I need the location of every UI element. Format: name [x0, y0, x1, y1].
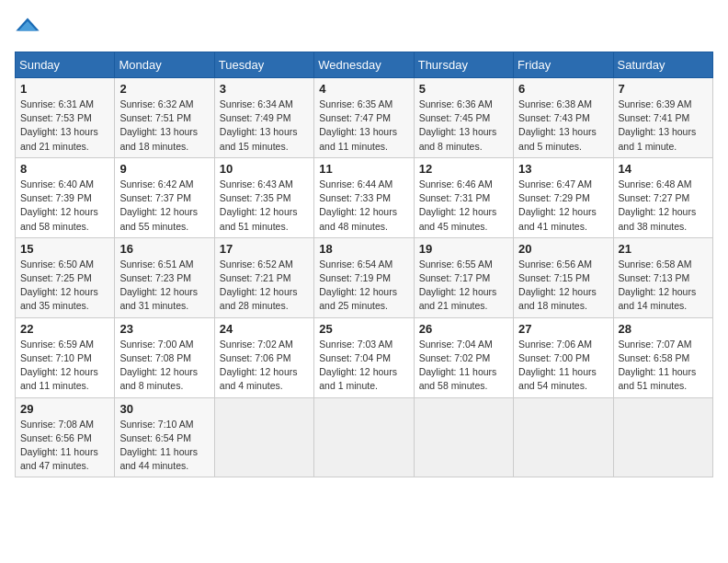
calendar-cell: 1Sunrise: 6:31 AMSunset: 7:53 PMDaylight…	[16, 78, 115, 158]
logo-icon	[15, 15, 40, 40]
calendar-cell: 7Sunrise: 6:39 AMSunset: 7:41 PMDaylight…	[613, 78, 712, 158]
day-detail: Sunrise: 6:40 AMSunset: 7:39 PMDaylight:…	[20, 178, 98, 232]
calendar-cell: 3Sunrise: 6:34 AMSunset: 7:49 PMDaylight…	[214, 78, 313, 158]
day-detail: Sunrise: 6:56 AMSunset: 7:15 PMDaylight:…	[518, 259, 597, 312]
day-number: 15	[20, 242, 109, 256]
calendar-week-2: 8Sunrise: 6:40 AMSunset: 7:39 PMDaylight…	[16, 157, 713, 237]
calendar-cell: 25Sunrise: 7:03 AMSunset: 7:04 PMDayligh…	[314, 317, 414, 397]
day-detail: Sunrise: 6:38 AMSunset: 7:43 PMDaylight:…	[518, 98, 597, 152]
calendar-cell: 29Sunrise: 7:08 AMSunset: 6:56 PMDayligh…	[16, 397, 115, 477]
day-detail: Sunrise: 7:06 AMSunset: 7:00 PMDaylight:…	[518, 339, 597, 392]
calendar-cell: 16Sunrise: 6:51 AMSunset: 7:23 PMDayligh…	[115, 237, 214, 317]
calendar-cell: 13Sunrise: 6:47 AMSunset: 7:29 PMDayligh…	[514, 157, 613, 237]
calendar-cell: 9Sunrise: 6:42 AMSunset: 7:37 PMDaylight…	[115, 157, 214, 237]
calendar-week-4: 22Sunrise: 6:59 AMSunset: 7:10 PMDayligh…	[16, 317, 713, 397]
day-detail: Sunrise: 6:58 AMSunset: 7:13 PMDaylight:…	[619, 259, 697, 312]
calendar-cell: 15Sunrise: 6:50 AMSunset: 7:25 PMDayligh…	[16, 237, 115, 317]
calendar-cell: 24Sunrise: 7:02 AMSunset: 7:06 PMDayligh…	[214, 317, 313, 397]
day-number: 16	[119, 242, 209, 256]
day-number: 22	[20, 322, 109, 336]
day-detail: Sunrise: 7:04 AMSunset: 7:02 PMDaylight:…	[419, 339, 497, 392]
day-number: 24	[220, 322, 309, 336]
calendar-cell: 2Sunrise: 6:32 AMSunset: 7:51 PMDaylight…	[115, 78, 214, 158]
day-detail: Sunrise: 6:52 AMSunset: 7:21 PMDaylight:…	[220, 259, 298, 312]
calendar-cell: 30Sunrise: 7:10 AMSunset: 6:54 PMDayligh…	[115, 397, 214, 477]
weekday-row: SundayMondayTuesdayWednesdayThursdayFrid…	[16, 52, 713, 78]
day-number: 20	[518, 242, 608, 256]
day-detail: Sunrise: 6:36 AMSunset: 7:45 PMDaylight:…	[419, 98, 497, 152]
day-detail: Sunrise: 6:48 AMSunset: 7:27 PMDaylight:…	[619, 178, 697, 232]
calendar-week-5: 29Sunrise: 7:08 AMSunset: 6:56 PMDayligh…	[16, 397, 713, 477]
day-detail: Sunrise: 6:46 AMSunset: 7:31 PMDaylight:…	[419, 178, 497, 232]
page-header	[15, 15, 713, 40]
calendar-cell: 8Sunrise: 6:40 AMSunset: 7:39 PMDaylight…	[16, 157, 115, 237]
weekday-header-saturday: Saturday	[613, 52, 712, 78]
day-detail: Sunrise: 6:51 AMSunset: 7:23 PMDaylight:…	[119, 259, 198, 312]
calendar-cell: 19Sunrise: 6:55 AMSunset: 7:17 PMDayligh…	[414, 237, 513, 317]
calendar-cell: 26Sunrise: 7:04 AMSunset: 7:02 PMDayligh…	[414, 317, 513, 397]
day-number: 25	[319, 322, 408, 336]
calendar-cell	[314, 397, 414, 477]
weekday-header-wednesday: Wednesday	[314, 52, 414, 78]
day-detail: Sunrise: 7:07 AMSunset: 6:58 PMDaylight:…	[619, 339, 697, 392]
calendar-cell: 28Sunrise: 7:07 AMSunset: 6:58 PMDayligh…	[613, 317, 712, 397]
calendar-cell: 23Sunrise: 7:00 AMSunset: 7:08 PMDayligh…	[115, 317, 214, 397]
day-detail: Sunrise: 6:42 AMSunset: 7:37 PMDaylight:…	[119, 178, 198, 232]
calendar-cell: 21Sunrise: 6:58 AMSunset: 7:13 PMDayligh…	[613, 237, 712, 317]
day-number: 3	[220, 82, 309, 96]
day-number: 29	[20, 402, 109, 416]
weekday-header-friday: Friday	[514, 52, 613, 78]
calendar-cell: 17Sunrise: 6:52 AMSunset: 7:21 PMDayligh…	[214, 237, 313, 317]
calendar-body: 1Sunrise: 6:31 AMSunset: 7:53 PMDaylight…	[16, 78, 713, 477]
day-number: 10	[220, 162, 309, 176]
weekday-header-monday: Monday	[115, 52, 214, 78]
calendar-cell	[514, 397, 613, 477]
calendar-cell	[214, 397, 313, 477]
day-number: 1	[20, 82, 109, 96]
day-detail: Sunrise: 6:34 AMSunset: 7:49 PMDaylight:…	[220, 98, 298, 152]
calendar-week-3: 15Sunrise: 6:50 AMSunset: 7:25 PMDayligh…	[16, 237, 713, 317]
calendar-cell: 18Sunrise: 6:54 AMSunset: 7:19 PMDayligh…	[314, 237, 414, 317]
day-number: 4	[319, 82, 408, 96]
day-detail: Sunrise: 7:03 AMSunset: 7:04 PMDaylight:…	[319, 339, 397, 392]
weekday-header-tuesday: Tuesday	[214, 52, 313, 78]
day-detail: Sunrise: 6:50 AMSunset: 7:25 PMDaylight:…	[20, 259, 98, 312]
day-number: 7	[619, 82, 708, 96]
calendar-cell	[613, 397, 712, 477]
day-detail: Sunrise: 6:35 AMSunset: 7:47 PMDaylight:…	[319, 98, 397, 152]
day-number: 28	[619, 322, 708, 336]
day-number: 21	[619, 242, 708, 256]
calendar-week-1: 1Sunrise: 6:31 AMSunset: 7:53 PMDaylight…	[16, 78, 713, 158]
calendar-cell: 11Sunrise: 6:44 AMSunset: 7:33 PMDayligh…	[314, 157, 414, 237]
day-number: 18	[319, 242, 408, 256]
calendar-cell: 4Sunrise: 6:35 AMSunset: 7:47 PMDaylight…	[314, 78, 414, 158]
logo	[15, 15, 44, 40]
day-number: 6	[518, 82, 608, 96]
day-number: 8	[20, 162, 109, 176]
day-detail: Sunrise: 7:02 AMSunset: 7:06 PMDaylight:…	[220, 339, 298, 392]
calendar-cell: 10Sunrise: 6:43 AMSunset: 7:35 PMDayligh…	[214, 157, 313, 237]
day-number: 13	[518, 162, 608, 176]
day-number: 14	[619, 162, 708, 176]
day-detail: Sunrise: 7:10 AMSunset: 6:54 PMDaylight:…	[119, 419, 198, 472]
calendar-cell: 20Sunrise: 6:56 AMSunset: 7:15 PMDayligh…	[514, 237, 613, 317]
calendar-cell	[414, 397, 513, 477]
day-number: 2	[119, 82, 209, 96]
weekday-header-thursday: Thursday	[414, 52, 513, 78]
calendar-cell: 6Sunrise: 6:38 AMSunset: 7:43 PMDaylight…	[514, 78, 613, 158]
day-number: 30	[119, 402, 209, 416]
calendar-table: SundayMondayTuesdayWednesdayThursdayFrid…	[15, 52, 713, 477]
calendar-cell: 5Sunrise: 6:36 AMSunset: 7:45 PMDaylight…	[414, 78, 513, 158]
calendar-cell: 12Sunrise: 6:46 AMSunset: 7:31 PMDayligh…	[414, 157, 513, 237]
day-number: 26	[419, 322, 508, 336]
day-detail: Sunrise: 6:39 AMSunset: 7:41 PMDaylight:…	[619, 98, 697, 152]
calendar-header: SundayMondayTuesdayWednesdayThursdayFrid…	[16, 52, 713, 78]
day-number: 5	[419, 82, 508, 96]
day-number: 23	[119, 322, 209, 336]
day-number: 12	[419, 162, 508, 176]
calendar-cell: 27Sunrise: 7:06 AMSunset: 7:00 PMDayligh…	[514, 317, 613, 397]
weekday-header-sunday: Sunday	[16, 52, 115, 78]
day-detail: Sunrise: 6:47 AMSunset: 7:29 PMDaylight:…	[518, 178, 597, 232]
calendar-cell: 14Sunrise: 6:48 AMSunset: 7:27 PMDayligh…	[613, 157, 712, 237]
day-detail: Sunrise: 6:43 AMSunset: 7:35 PMDaylight:…	[220, 178, 298, 232]
